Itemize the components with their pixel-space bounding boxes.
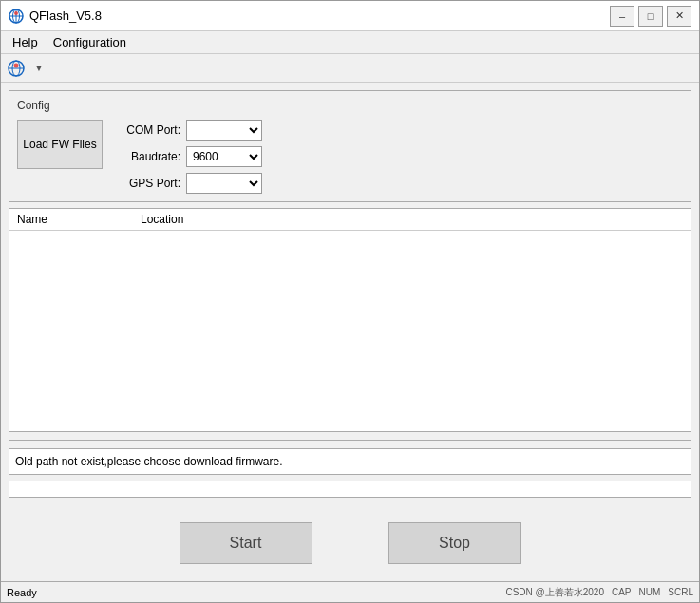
progress-bar — [9, 481, 691, 498]
toolbar-globe-icon — [8, 60, 25, 77]
status-right: CSDN @上善若水2020 CAP NUM SCRL — [505, 586, 693, 599]
gps-port-row: GPS Port: — [112, 173, 262, 194]
app-icon — [9, 9, 24, 24]
progress-bar-row — [9, 481, 691, 498]
start-button[interactable]: Start — [180, 522, 312, 564]
minimize-button[interactable]: – — [610, 6, 634, 27]
menu-bar: Help Configuration — [1, 31, 699, 54]
config-top: Load FW Files COM Port: Baudrate: 9600 1… — [17, 120, 683, 194]
load-fw-button[interactable]: Load FW Files — [17, 120, 103, 169]
separator-1 — [9, 440, 691, 441]
baudrate-select[interactable]: 9600 115200 57600 38400 19200 — [186, 146, 262, 167]
svg-point-4 — [14, 11, 18, 15]
status-bar: Ready CSDN @上善若水2020 CAP NUM SCRL — [1, 581, 699, 602]
cap-indicator: CAP — [612, 587, 632, 597]
menu-item-help[interactable]: Help — [5, 33, 46, 51]
file-table: Name Location — [9, 208, 691, 432]
config-controls: COM Port: Baudrate: 9600 115200 57600 38… — [112, 120, 262, 194]
svg-point-8 — [14, 63, 19, 67]
file-table-body[interactable] — [9, 231, 691, 431]
maximize-button[interactable]: □ — [638, 6, 663, 27]
col-name-header: Name — [17, 213, 141, 226]
baudrate-label: Baudrate: — [112, 150, 180, 163]
scrl-indicator: SCRL — [668, 587, 693, 597]
config-section: Config Load FW Files COM Port: Baudrate: — [9, 90, 691, 202]
baudrate-row: Baudrate: 9600 115200 57600 38400 19200 — [112, 146, 262, 167]
main-content: Config Load FW Files COM Port: Baudrate: — [1, 83, 699, 581]
com-port-row: COM Port: — [112, 120, 262, 141]
com-port-select[interactable] — [186, 120, 262, 141]
log-message: Old path not exist,please choose downloa… — [15, 455, 283, 468]
toolbar-globe-button[interactable] — [5, 57, 28, 80]
status-text: Ready — [7, 587, 37, 598]
title-bar: QFlash_V5.8 – □ ✕ — [1, 1, 699, 31]
toolbar-dropdown-button[interactable]: ▼ — [28, 57, 50, 80]
stop-button[interactable]: Stop — [388, 522, 521, 564]
toolbar: ▼ — [1, 54, 699, 83]
gps-port-label: GPS Port: — [112, 177, 180, 190]
status-watermark: CSDN @上善若水2020 — [505, 586, 604, 599]
gps-port-select[interactable] — [186, 173, 262, 194]
log-area: Old path not exist,please choose downloa… — [9, 448, 691, 475]
num-indicator: NUM — [639, 587, 661, 597]
title-bar-left: QFlash_V5.8 — [9, 9, 102, 24]
config-section-title: Config — [17, 99, 683, 112]
close-button[interactable]: ✕ — [667, 6, 691, 27]
menu-item-configuration[interactable]: Configuration — [46, 33, 134, 51]
buttons-row: Start Stop — [9, 503, 691, 574]
main-window: QFlash_V5.8 – □ ✕ Help Configuration ▼ C… — [0, 0, 700, 603]
file-table-header: Name Location — [9, 209, 691, 231]
window-title: QFlash_V5.8 — [29, 9, 102, 23]
com-port-label: COM Port: — [112, 123, 180, 137]
title-bar-controls: – □ ✕ — [610, 6, 691, 27]
col-location-header: Location — [141, 213, 683, 226]
